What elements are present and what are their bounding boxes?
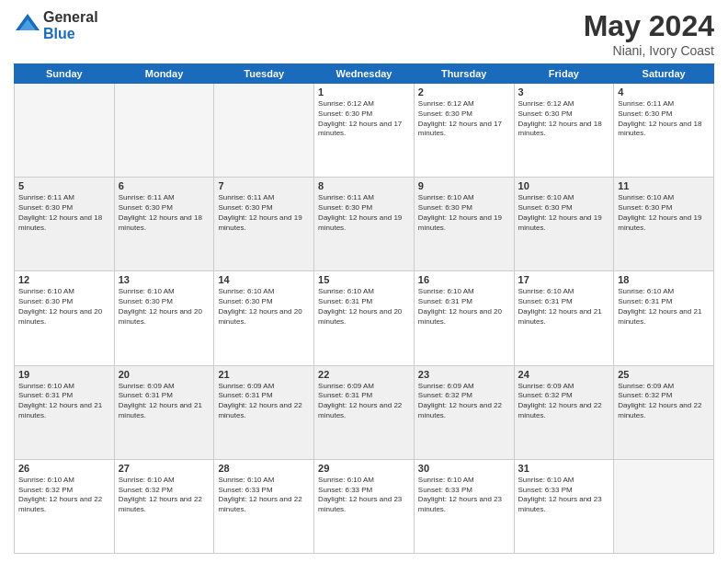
logo: General Blue	[14, 9, 98, 41]
calendar-cell: 16Sunrise: 6:10 AM Sunset: 6:31 PM Dayli…	[414, 271, 514, 365]
calendar-cell: 28Sunrise: 6:10 AM Sunset: 6:33 PM Dayli…	[214, 459, 314, 553]
cell-details: Sunrise: 6:10 AM Sunset: 6:30 PM Dayligh…	[518, 193, 610, 233]
calendar-cell	[15, 84, 115, 178]
day-number: 10	[518, 180, 610, 191]
cell-details: Sunrise: 6:10 AM Sunset: 6:31 PM Dayligh…	[18, 382, 110, 421]
logo-text: General Blue	[43, 9, 98, 41]
day-number: 20	[119, 369, 210, 380]
day-number: 21	[218, 369, 310, 380]
cell-details: Sunrise: 6:11 AM Sunset: 6:30 PM Dayligh…	[218, 193, 310, 233]
calendar-cell	[614, 459, 714, 553]
calendar-cell: 15Sunrise: 6:10 AM Sunset: 6:31 PM Dayli…	[314, 271, 415, 365]
calendar-cell: 25Sunrise: 6:09 AM Sunset: 6:32 PM Dayli…	[614, 365, 714, 459]
month-year: May 2024	[584, 9, 714, 43]
title-block: May 2024 Niani, Ivory Coast	[584, 9, 714, 58]
calendar-cell: 5Sunrise: 6:11 AM Sunset: 6:30 PM Daylig…	[15, 178, 115, 271]
day-number: 30	[418, 463, 510, 474]
day-number: 27	[119, 463, 210, 474]
cell-details: Sunrise: 6:10 AM Sunset: 6:33 PM Dayligh…	[318, 476, 410, 515]
cell-details: Sunrise: 6:11 AM Sunset: 6:30 PM Dayligh…	[618, 99, 710, 139]
calendar-cell: 19Sunrise: 6:10 AM Sunset: 6:31 PM Dayli…	[15, 365, 115, 459]
day-header-friday: Friday	[514, 64, 614, 84]
day-number: 22	[318, 369, 410, 380]
cell-details: Sunrise: 6:10 AM Sunset: 6:30 PM Dayligh…	[618, 193, 710, 233]
day-number: 24	[518, 369, 610, 380]
day-number: 14	[218, 274, 310, 285]
calendar-cell: 9Sunrise: 6:10 AM Sunset: 6:30 PM Daylig…	[414, 178, 514, 271]
day-number: 31	[518, 463, 610, 474]
calendar-cell: 30Sunrise: 6:10 AM Sunset: 6:33 PM Dayli…	[414, 459, 514, 553]
calendar-cell: 17Sunrise: 6:10 AM Sunset: 6:31 PM Dayli…	[514, 271, 614, 365]
cell-details: Sunrise: 6:10 AM Sunset: 6:32 PM Dayligh…	[119, 476, 210, 515]
day-number: 3	[518, 86, 610, 98]
calendar-week-4: 19Sunrise: 6:10 AM Sunset: 6:31 PM Dayli…	[15, 365, 714, 459]
cell-details: Sunrise: 6:10 AM Sunset: 6:33 PM Dayligh…	[218, 476, 310, 515]
day-number: 18	[618, 274, 710, 285]
day-number: 6	[119, 180, 210, 191]
day-header-monday: Monday	[114, 64, 214, 84]
cell-details: Sunrise: 6:10 AM Sunset: 6:31 PM Dayligh…	[618, 287, 710, 327]
calendar-cell: 7Sunrise: 6:11 AM Sunset: 6:30 PM Daylig…	[214, 178, 314, 271]
day-number: 1	[318, 86, 410, 98]
calendar-cell: 13Sunrise: 6:10 AM Sunset: 6:30 PM Dayli…	[114, 271, 214, 365]
calendar-cell	[114, 84, 214, 178]
day-number: 4	[618, 86, 710, 98]
cell-details: Sunrise: 6:10 AM Sunset: 6:31 PM Dayligh…	[318, 287, 410, 327]
cell-details: Sunrise: 6:11 AM Sunset: 6:30 PM Dayligh…	[119, 193, 210, 233]
cell-details: Sunrise: 6:09 AM Sunset: 6:32 PM Dayligh…	[618, 382, 710, 421]
day-number: 12	[18, 274, 110, 285]
calendar-cell	[214, 84, 314, 178]
cell-details: Sunrise: 6:11 AM Sunset: 6:30 PM Dayligh…	[318, 193, 410, 233]
day-number: 16	[418, 274, 510, 285]
day-number: 2	[418, 86, 510, 98]
day-number: 25	[618, 369, 710, 380]
cell-details: Sunrise: 6:10 AM Sunset: 6:30 PM Dayligh…	[119, 287, 210, 327]
calendar-cell: 22Sunrise: 6:09 AM Sunset: 6:31 PM Dayli…	[314, 365, 415, 459]
cell-details: Sunrise: 6:10 AM Sunset: 6:30 PM Dayligh…	[18, 287, 110, 327]
day-number: 19	[18, 369, 110, 380]
calendar-week-3: 12Sunrise: 6:10 AM Sunset: 6:30 PM Dayli…	[15, 271, 714, 365]
header: General Blue May 2024 Niani, Ivory Coast	[14, 9, 714, 58]
day-number: 13	[119, 274, 210, 285]
calendar-cell: 21Sunrise: 6:09 AM Sunset: 6:31 PM Dayli…	[214, 365, 314, 459]
day-header-sunday: Sunday	[15, 64, 115, 84]
calendar-cell: 3Sunrise: 6:12 AM Sunset: 6:30 PM Daylig…	[514, 84, 614, 178]
day-header-tuesday: Tuesday	[214, 64, 314, 84]
cell-details: Sunrise: 6:12 AM Sunset: 6:30 PM Dayligh…	[518, 99, 610, 139]
calendar-cell: 24Sunrise: 6:09 AM Sunset: 6:32 PM Dayli…	[514, 365, 614, 459]
cell-details: Sunrise: 6:09 AM Sunset: 6:31 PM Dayligh…	[318, 382, 410, 421]
day-header-saturday: Saturday	[614, 64, 714, 84]
page: General Blue May 2024 Niani, Ivory Coast…	[0, 0, 728, 563]
cell-details: Sunrise: 6:10 AM Sunset: 6:33 PM Dayligh…	[518, 476, 610, 515]
day-number: 28	[218, 463, 310, 474]
calendar-week-5: 26Sunrise: 6:10 AM Sunset: 6:32 PM Dayli…	[15, 459, 714, 553]
day-header-wednesday: Wednesday	[314, 64, 415, 84]
day-number: 8	[318, 180, 410, 191]
cell-details: Sunrise: 6:09 AM Sunset: 6:31 PM Dayligh…	[218, 382, 310, 421]
calendar-cell: 18Sunrise: 6:10 AM Sunset: 6:31 PM Dayli…	[614, 271, 714, 365]
calendar-week-1: 1Sunrise: 6:12 AM Sunset: 6:30 PM Daylig…	[15, 84, 714, 178]
calendar-cell: 29Sunrise: 6:10 AM Sunset: 6:33 PM Dayli…	[314, 459, 415, 553]
cell-details: Sunrise: 6:11 AM Sunset: 6:30 PM Dayligh…	[18, 193, 110, 233]
day-number: 5	[18, 180, 110, 191]
logo-blue: Blue	[43, 26, 98, 42]
cell-details: Sunrise: 6:09 AM Sunset: 6:31 PM Dayligh…	[119, 382, 210, 421]
day-number: 26	[18, 463, 110, 474]
cell-details: Sunrise: 6:10 AM Sunset: 6:31 PM Dayligh…	[518, 287, 610, 327]
day-number: 11	[618, 180, 710, 191]
calendar-week-2: 5Sunrise: 6:11 AM Sunset: 6:30 PM Daylig…	[15, 178, 714, 271]
day-number: 15	[318, 274, 410, 285]
day-number: 29	[318, 463, 410, 474]
calendar-cell: 6Sunrise: 6:11 AM Sunset: 6:30 PM Daylig…	[114, 178, 214, 271]
cell-details: Sunrise: 6:10 AM Sunset: 6:30 PM Dayligh…	[418, 193, 510, 233]
day-number: 23	[418, 369, 510, 380]
cell-details: Sunrise: 6:10 AM Sunset: 6:31 PM Dayligh…	[418, 287, 510, 327]
calendar-cell: 8Sunrise: 6:11 AM Sunset: 6:30 PM Daylig…	[314, 178, 415, 271]
cell-details: Sunrise: 6:10 AM Sunset: 6:30 PM Dayligh…	[218, 287, 310, 327]
cell-details: Sunrise: 6:10 AM Sunset: 6:32 PM Dayligh…	[18, 476, 110, 515]
calendar-cell: 1Sunrise: 6:12 AM Sunset: 6:30 PM Daylig…	[314, 84, 415, 178]
day-number: 9	[418, 180, 510, 191]
day-header-thursday: Thursday	[414, 64, 514, 84]
calendar-cell: 23Sunrise: 6:09 AM Sunset: 6:32 PM Dayli…	[414, 365, 514, 459]
logo-general: General	[43, 9, 98, 26]
